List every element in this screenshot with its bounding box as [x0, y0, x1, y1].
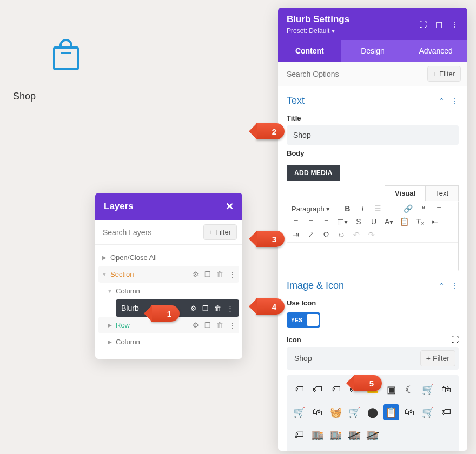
editor-tab-text[interactable]: Text	[425, 185, 459, 201]
tree-item-column[interactable]: ▶ Column	[98, 333, 239, 350]
fullscreen-icon[interactable]: ⤢	[307, 230, 315, 239]
moon-icon[interactable]: ☾	[401, 382, 418, 398]
align-left-icon[interactable]: ≡	[434, 204, 443, 213]
row-actions: ⚙ ❐ 🗑 ⋮	[193, 321, 236, 329]
align-center-icon[interactable]: ≡	[292, 217, 300, 226]
more-icon[interactable]: ⋮	[451, 20, 459, 29]
cart2-icon[interactable]: 🛒	[291, 404, 307, 420]
number-list-icon[interactable]: ≣	[388, 204, 397, 213]
svg-rect-0	[54, 48, 78, 69]
title-input[interactable]	[287, 125, 459, 145]
textcolor-icon[interactable]: A▾	[385, 217, 393, 226]
tags-icon[interactable]: 🏷	[291, 427, 307, 443]
more-icon[interactable]: ⋮	[227, 304, 234, 312]
paste-icon[interactable]: 📋	[400, 217, 409, 226]
settings-tabs: Content Design Advanced	[278, 40, 467, 62]
group-text-header[interactable]: Text ⌃ ⋮	[278, 86, 467, 110]
emoji-icon[interactable]: ☺	[337, 230, 346, 239]
body-editor-area[interactable]	[287, 243, 458, 271]
settings-search-input[interactable]	[285, 66, 427, 82]
store-slash-icon[interactable]: 🏬	[346, 427, 362, 443]
more-icon[interactable]: ⋮	[451, 282, 459, 290]
store2-icon[interactable]: 🏬	[328, 427, 344, 443]
tag-icon[interactable]: 🏷	[309, 382, 326, 398]
body-editor: Paragraph ▾ B I ☰ ≣ 🔗 ❝ ≡ ≡ ≡ ≡ ▦▾ S U A…	[287, 201, 459, 271]
tag-outline-icon[interactable]: 🏷	[291, 382, 307, 398]
more-icon[interactable]: ⋮	[229, 321, 236, 329]
tree-item-section[interactable]: ▼ Section ⚙ ❐ 🗑 ⋮	[98, 266, 239, 283]
more-icon[interactable]: ⋮	[229, 270, 236, 278]
callout-badge-2: 2	[256, 123, 285, 139]
settings-filter-button[interactable]: + Filter	[427, 66, 461, 82]
clipboard-icon[interactable]: 📋	[383, 404, 399, 420]
italic-icon[interactable]: I	[358, 204, 367, 213]
omega-icon[interactable]: Ω	[322, 230, 330, 239]
clear-format-icon[interactable]: Tₓ	[415, 217, 424, 226]
use-icon-toggle[interactable]: YES	[287, 312, 320, 328]
editor-toolbar: Paragraph ▾ B I ☰ ≣ 🔗 ❝ ≡ ≡ ≡ ≡ ▦▾ S U A…	[287, 201, 458, 243]
tab-design[interactable]: Design	[341, 40, 405, 62]
close-icon[interactable]: ✕	[226, 201, 234, 212]
align-justify-icon[interactable]: ≡	[322, 217, 330, 226]
editor-tab-visual[interactable]: Visual	[385, 185, 426, 201]
pricetag-icon[interactable]: 🏷	[438, 404, 454, 420]
bag-icon[interactable]: 🛍	[438, 382, 454, 398]
layers-search-input[interactable]	[101, 225, 203, 240]
underline-icon[interactable]: U	[369, 217, 378, 226]
group-image-icon-header[interactable]: Image & Icon ⌃ ⋮	[278, 271, 467, 295]
redo-icon[interactable]: ↷	[367, 230, 376, 239]
chevron-up-icon[interactable]: ⌃	[439, 282, 445, 290]
strike-icon[interactable]: S	[354, 217, 363, 226]
gear-icon[interactable]: ⚙	[193, 321, 199, 329]
link-icon[interactable]: 🔗	[404, 204, 413, 213]
chevron-up-icon[interactable]: ⌃	[439, 97, 445, 105]
trash-icon[interactable]: 🗑	[216, 321, 223, 329]
outdent-icon[interactable]: ⇤	[431, 217, 439, 226]
duplicate-icon[interactable]: ❐	[202, 304, 209, 312]
icon-filter-button[interactable]: + Filter	[420, 350, 455, 366]
table-icon[interactable]: ▦▾	[337, 217, 348, 226]
duplicate-icon[interactable]: ❐	[204, 321, 211, 329]
tab-advanced[interactable]: Advanced	[404, 40, 467, 62]
layers-filter-button[interactable]: + Filter	[203, 224, 237, 240]
caret-down-icon: ▼	[102, 271, 107, 277]
quote-icon[interactable]: ❝	[419, 204, 428, 213]
add-media-button[interactable]: ADD MEDIA	[287, 165, 340, 181]
bag2-icon[interactable]: 🛍	[401, 404, 418, 420]
store-icon[interactable]: 🏬	[309, 427, 326, 443]
cart-add-icon[interactable]: 🛒	[346, 404, 362, 420]
more-icon[interactable]: ⋮	[451, 97, 459, 105]
trash-icon[interactable]: 🗑	[216, 270, 223, 278]
paragraph-dropdown[interactable]: Paragraph ▾	[292, 205, 336, 213]
gear-icon[interactable]: ⚙	[193, 270, 199, 278]
layers-tree: ▶ Open/Close All ▼ Section ⚙ ❐ 🗑 ⋮ ▼ Col…	[95, 245, 242, 359]
group-image-icon-title: Image & Icon	[287, 280, 344, 291]
cart3-icon[interactable]: 🛒	[420, 404, 436, 420]
icon-search-value[interactable]: Shop	[294, 354, 312, 363]
layers-panel: Layers ✕ + Filter ▶ Open/Close All ▼ Sec…	[95, 193, 242, 359]
trash-icon[interactable]: 🗑	[214, 304, 221, 312]
preset-selector[interactable]: Preset: Default ▾	[287, 27, 349, 35]
badge-s-icon[interactable]: ▣	[383, 382, 399, 398]
undo-icon[interactable]: ↶	[352, 230, 361, 239]
section-actions: ⚙ ❐ 🗑 ⋮	[193, 270, 236, 278]
align-right-icon[interactable]: ≡	[307, 217, 315, 226]
gear-icon[interactable]: ⚙	[190, 304, 197, 312]
bag-circle-icon[interactable]: ⬤	[365, 404, 381, 420]
tab-content[interactable]: Content	[278, 40, 341, 62]
store-slash2-icon[interactable]: 🏬	[365, 427, 381, 443]
tree-open-close-all[interactable]: ▶ Open/Close All	[98, 249, 239, 266]
tree-item-column[interactable]: ▼ Column	[98, 283, 239, 299]
indent-icon[interactable]: ⇥	[292, 230, 300, 239]
cart-icon[interactable]: 🛒	[420, 382, 436, 398]
columns-icon[interactable]: ◫	[435, 20, 442, 29]
duplicate-icon[interactable]: ❐	[204, 270, 211, 278]
basket-icon[interactable]: 🧺	[328, 404, 344, 420]
caret-right-icon: ▶	[107, 322, 113, 328]
tag-alt-icon[interactable]: 🏷	[328, 382, 344, 398]
bag-solid-icon[interactable]: 🛍	[309, 404, 326, 420]
expand-icon[interactable]: ⛶	[451, 335, 459, 344]
expand-icon[interactable]: ⛶	[419, 20, 427, 29]
bullet-list-icon[interactable]: ☰	[373, 204, 382, 213]
bold-icon[interactable]: B	[343, 204, 352, 213]
